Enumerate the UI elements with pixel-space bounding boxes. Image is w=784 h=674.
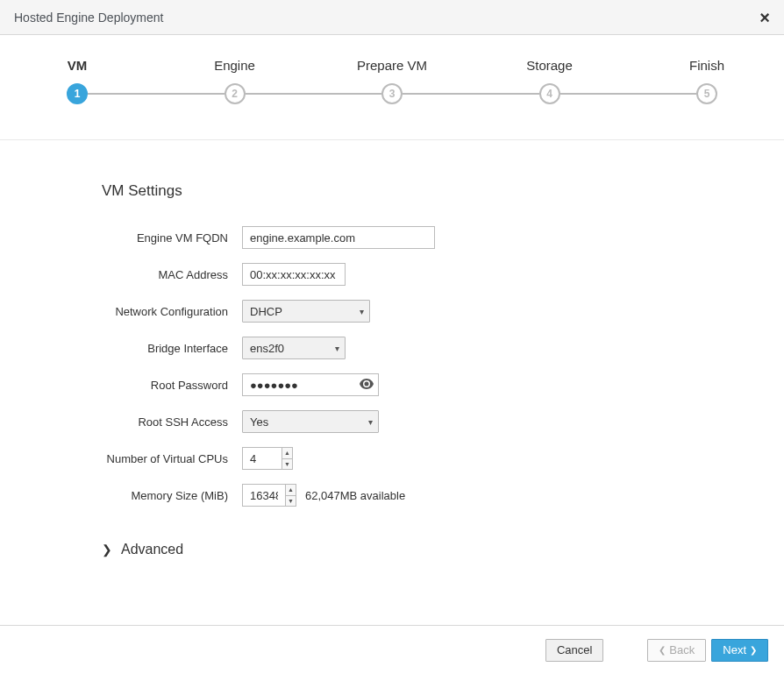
step-label-preparevm: Prepare VM bbox=[381, 58, 403, 73]
advanced-label: Advanced bbox=[121, 542, 183, 557]
row-fqdn: Engine VM FQDN bbox=[0, 226, 784, 249]
select-ssh-value: Yes bbox=[250, 415, 268, 429]
step-label-vm: VM bbox=[67, 58, 88, 73]
advanced-toggle[interactable]: ❯ Advanced bbox=[102, 542, 784, 557]
step-label-finish: Finish bbox=[696, 58, 717, 73]
section-title: VM Settings bbox=[102, 182, 784, 200]
row-memory: Memory Size (MiB) ▲ ▼ 62,047MB available bbox=[0, 484, 784, 507]
spinner-vcpus: ▲ ▼ bbox=[282, 448, 292, 469]
row-rootpw: Root Password bbox=[0, 373, 784, 396]
step-line bbox=[246, 93, 382, 95]
step-labels: VM Engine Prepare VM Storage Finish bbox=[67, 58, 717, 73]
row-netconf: Network Configuration DHCP ▾ bbox=[0, 300, 784, 323]
input-mac[interactable] bbox=[242, 263, 346, 286]
step-line bbox=[88, 93, 225, 95]
chevron-left-icon: ❮ bbox=[659, 645, 666, 655]
spinner-memory: ▲ ▼ bbox=[285, 485, 296, 506]
caret-down-icon: ▾ bbox=[335, 344, 339, 353]
modal-footer: Cancel ❮ Back Next ❯ bbox=[0, 625, 784, 674]
modal-title: Hosted Engine Deployment bbox=[14, 11, 163, 25]
step-line bbox=[403, 93, 539, 95]
caret-down-icon: ▾ bbox=[368, 417, 373, 427]
label-memory: Memory Size (MiB) bbox=[0, 489, 242, 502]
label-ssh: Root SSH Access bbox=[0, 415, 242, 429]
step-label-engine: Engine bbox=[225, 58, 246, 73]
select-netconf[interactable]: DHCP ▾ bbox=[242, 300, 370, 323]
row-ssh: Root SSH Access Yes ▾ bbox=[0, 410, 784, 433]
label-mac: MAC Address bbox=[0, 268, 242, 281]
input-fqdn[interactable] bbox=[242, 226, 435, 249]
select-netconf-value: DHCP bbox=[250, 305, 282, 318]
chevron-right-icon: ❯ bbox=[102, 543, 112, 557]
chevron-right-icon: ❯ bbox=[750, 645, 757, 655]
label-rootpw: Root Password bbox=[0, 379, 242, 392]
row-vcpus: Number of Virtual CPUs ▲ ▼ bbox=[0, 447, 784, 470]
eye-icon[interactable] bbox=[360, 378, 374, 392]
next-button[interactable]: Next ❯ bbox=[711, 639, 768, 662]
cancel-button[interactable]: Cancel bbox=[545, 639, 603, 662]
stepper-memory: ▲ ▼ bbox=[242, 484, 296, 507]
step-circle-2[interactable]: 2 bbox=[225, 83, 246, 104]
next-label: Next bbox=[723, 643, 746, 656]
back-button[interactable]: ❮ Back bbox=[647, 639, 706, 662]
input-rootpw[interactable] bbox=[242, 373, 379, 396]
spin-down-icon[interactable]: ▼ bbox=[286, 496, 296, 507]
label-vcpus: Number of Virtual CPUs bbox=[0, 452, 242, 465]
caret-down-icon: ▾ bbox=[360, 307, 364, 316]
password-wrap bbox=[242, 373, 379, 396]
step-label-storage: Storage bbox=[539, 58, 560, 73]
step-circle-1[interactable]: 1 bbox=[67, 83, 88, 104]
label-netconf: Network Configuration bbox=[0, 305, 242, 318]
wizard-steps: VM Engine Prepare VM Storage Finish 1 2 … bbox=[0, 35, 784, 140]
select-ssh[interactable]: Yes ▾ bbox=[242, 410, 379, 433]
label-bridge: Bridge Interface bbox=[0, 342, 242, 355]
modal-header: Hosted Engine Deployment × bbox=[0, 0, 784, 35]
wizard-body: VM Settings Engine VM FQDN MAC Address N… bbox=[0, 140, 784, 557]
row-mac: MAC Address bbox=[0, 263, 784, 286]
select-bridge[interactable]: ens2f0 ▾ bbox=[242, 337, 346, 359]
step-circle-5[interactable]: 5 bbox=[696, 83, 717, 104]
back-label: Back bbox=[669, 643, 695, 656]
stepper-vcpus: ▲ ▼ bbox=[242, 447, 293, 470]
spin-up-icon[interactable]: ▲ bbox=[286, 485, 296, 496]
step-line bbox=[560, 93, 697, 95]
row-bridge: Bridge Interface ens2f0 ▾ bbox=[0, 337, 784, 359]
spin-up-icon[interactable]: ▲ bbox=[282, 448, 292, 459]
spin-down-icon[interactable]: ▼ bbox=[282, 459, 292, 470]
label-fqdn: Engine VM FQDN bbox=[0, 231, 242, 245]
close-icon[interactable]: × bbox=[759, 9, 770, 26]
memory-hint: 62,047MB available bbox=[305, 489, 405, 502]
step-circle-3[interactable]: 3 bbox=[381, 83, 403, 104]
step-circles: 1 2 3 4 5 bbox=[67, 83, 717, 104]
select-bridge-value: ens2f0 bbox=[250, 342, 284, 355]
step-circle-4[interactable]: 4 bbox=[539, 83, 560, 104]
input-memory[interactable] bbox=[243, 485, 285, 506]
input-vcpus[interactable] bbox=[243, 448, 282, 469]
